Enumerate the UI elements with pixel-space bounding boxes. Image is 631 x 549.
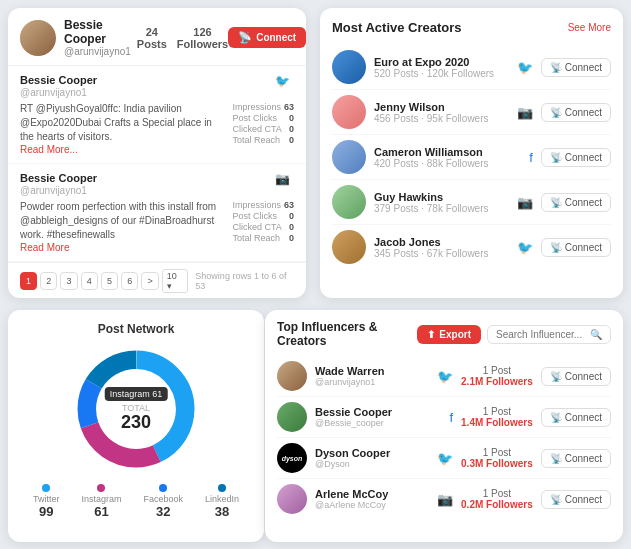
post-body-2: Powder room perfection with this install… xyxy=(20,200,294,253)
legend-label-1: Instagram xyxy=(81,494,121,504)
post-stats-1: Impressions63 Post Clicks0 Clicked CTA0 … xyxy=(232,102,294,155)
donut-label: Instagram 61 TOTAL 230 xyxy=(105,387,168,431)
influencer-avatar-1 xyxy=(277,402,307,432)
connect-icon-3: 📡 xyxy=(550,197,562,208)
influencer-connect-btn-3[interactable]: 📡 Connect xyxy=(541,490,611,509)
user-name: Bessie Cooper xyxy=(64,18,131,46)
posts-count: 24 Posts xyxy=(137,26,167,50)
search-input[interactable] xyxy=(496,329,586,340)
influencer-handle-2: @Dyson xyxy=(315,459,429,469)
influencer-posts-0: 1 Post xyxy=(461,365,533,376)
creator-item-2: Cameron Williamson 420 Posts · 88k Follo… xyxy=(332,135,611,180)
twitter-icon: 🐦 xyxy=(517,240,533,255)
influencers-controls: ⬆ Export 🔍 xyxy=(417,325,611,344)
facebook-icon: f xyxy=(529,150,533,165)
creators-list: Euro at Expo 2020 520 Posts · 120k Follo… xyxy=(332,45,611,269)
read-more-1[interactable]: Read More... xyxy=(20,144,224,155)
creator-connect-btn-0[interactable]: 📡 Connect xyxy=(541,58,611,77)
search-box[interactable]: 🔍 xyxy=(487,325,611,344)
user-handle: @arunvijayno1 xyxy=(64,46,131,57)
creator-info-0: Euro at Expo 2020 520 Posts · 120k Follo… xyxy=(374,56,509,79)
creator-avatar-1 xyxy=(332,95,366,129)
page-5-button[interactable]: 5 xyxy=(101,272,118,290)
page-3-button[interactable]: 3 xyxy=(60,272,77,290)
connect-icon: 📡 xyxy=(238,31,252,44)
total-value: 230 xyxy=(105,413,168,431)
creator-name-2: Cameron Williamson xyxy=(374,146,521,158)
influencer-info-3: Arlene McCoy @aArlene McCoy xyxy=(315,488,429,510)
network-legend: Twitter 99 Instagram 61 Facebook 32 Link… xyxy=(22,484,250,519)
network-card: Post Network Instagram 61 TOTAL 230 Twit… xyxy=(8,310,264,542)
creator-name-0: Euro at Expo 2020 xyxy=(374,56,509,68)
influencer-posts-3: 1 Post xyxy=(461,488,533,499)
influencer-connect-btn-0[interactable]: 📡 Connect xyxy=(541,367,611,386)
search-icon: 🔍 xyxy=(590,329,602,340)
connect-icon-2: 📡 xyxy=(550,152,562,163)
page-1-button[interactable]: 1 xyxy=(20,272,37,290)
legend-val-0: 99 xyxy=(33,504,60,519)
post-item-2: Bessie Cooper @arunvijayno1 📷 Powder roo… xyxy=(8,164,306,262)
creator-info-4: Jacob Jones 345 Posts · 67k Followers xyxy=(374,236,509,259)
creator-stats-1: 456 Posts · 95k Followers xyxy=(374,113,509,124)
legend-dot-1 xyxy=(97,484,105,492)
connect-button[interactable]: 📡 Connect xyxy=(228,27,306,48)
creator-connect-btn-2[interactable]: 📡 Connect xyxy=(541,148,611,167)
creator-connect-btn-3[interactable]: 📡 Connect xyxy=(541,193,611,212)
influencer-handle-0: @arunvijayno1 xyxy=(315,377,429,387)
creator-connect-btn-4[interactable]: 📡 Connect xyxy=(541,238,611,257)
export-button[interactable]: ⬆ Export xyxy=(417,325,481,344)
influencer-item-3: Arlene McCoy @aArlene McCoy 📷 1 Post 0.2… xyxy=(277,479,611,519)
influencer-name-0: Wade Warren xyxy=(315,365,429,377)
influencer-item-0: Wade Warren @arunvijayno1 🐦 1 Post 2.1M … xyxy=(277,356,611,397)
pagination: 1 2 3 4 5 6 > 10 ▾ Showing rows 1 to 6 o… xyxy=(8,262,306,298)
creator-item-0: Euro at Expo 2020 520 Posts · 120k Follo… xyxy=(332,45,611,90)
legend-label-2: Facebook xyxy=(143,494,183,504)
influencers-card: Top Influencers & Creators ⬆ Export 🔍 Wa… xyxy=(265,310,623,542)
influencer-handle-1: @Bessie_cooper xyxy=(315,418,441,428)
creator-info-3: Guy Hawkins 379 Posts · 78k Followers xyxy=(374,191,509,214)
page-2-button[interactable]: 2 xyxy=(40,272,57,290)
per-page-select[interactable]: 10 ▾ xyxy=(162,269,189,293)
see-more-link[interactable]: See More xyxy=(568,22,611,33)
influencers-list: Wade Warren @arunvijayno1 🐦 1 Post 2.1M … xyxy=(277,356,611,519)
creator-name-3: Guy Hawkins xyxy=(374,191,509,203)
influencer-connect-btn-1[interactable]: 📡 Connect xyxy=(541,408,611,427)
posts-card: Bessie Cooper @arunvijayno1 24 Posts 126… xyxy=(8,8,306,298)
post-author-2: Bessie Cooper xyxy=(20,172,97,184)
instagram-icon: 📷 xyxy=(517,195,533,210)
legend-dot-3 xyxy=(218,484,226,492)
influencer-avatar-0 xyxy=(277,361,307,391)
creator-stats-4: 345 Posts · 67k Followers xyxy=(374,248,509,259)
legend-label-0: Twitter xyxy=(33,494,60,504)
twitter-icon: 🐦 xyxy=(437,369,453,384)
influencer-detail-0: 1 Post 2.1M Followers xyxy=(461,365,533,387)
influencer-item-1: Bessie Cooper @Bessie_cooper f 1 Post 1.… xyxy=(277,397,611,438)
creator-connect-btn-1[interactable]: 📡 Connect xyxy=(541,103,611,122)
page-4-button[interactable]: 4 xyxy=(81,272,98,290)
post-body-1: RT @PiyushGoyal0ffc: India pavilion @Exp… xyxy=(20,102,294,155)
network-title: Post Network xyxy=(22,322,250,336)
influencer-info-1: Bessie Cooper @Bessie_cooper xyxy=(315,406,441,428)
twitter-icon: 🐦 xyxy=(517,60,533,75)
connect-icon-1: 📡 xyxy=(550,107,562,118)
influencer-followers-0: 2.1M Followers xyxy=(461,376,533,387)
influencer-followers-3: 0.2M Followers xyxy=(461,499,533,510)
page-next-button[interactable]: > xyxy=(141,272,158,290)
influencer-info-0: Wade Warren @arunvijayno1 xyxy=(315,365,429,387)
post-item-1: Bessie Cooper @arunvijayno1 🐦 RT @Piyush… xyxy=(8,66,306,164)
read-more-2[interactable]: Read More xyxy=(20,242,224,253)
page-6-button[interactable]: 6 xyxy=(121,272,138,290)
legend-val-3: 38 xyxy=(205,504,239,519)
connect-inf-icon-1: 📡 xyxy=(550,412,562,423)
legend-val-1: 61 xyxy=(81,504,121,519)
influencer-connect-btn-2[interactable]: 📡 Connect xyxy=(541,449,611,468)
influencer-name-1: Bessie Cooper xyxy=(315,406,441,418)
showing-rows: Showing rows 1 to 6 of 53 xyxy=(195,271,294,291)
connect-icon-4: 📡 xyxy=(550,242,562,253)
influencer-name-3: Arlene McCoy xyxy=(315,488,429,500)
post-text-1: RT @PiyushGoyal0ffc: India pavilion @Exp… xyxy=(20,102,224,144)
influencers-title: Top Influencers & Creators xyxy=(277,320,417,348)
user-avatar xyxy=(20,20,56,56)
legend-dot-2 xyxy=(159,484,167,492)
legend-val-2: 32 xyxy=(143,504,183,519)
